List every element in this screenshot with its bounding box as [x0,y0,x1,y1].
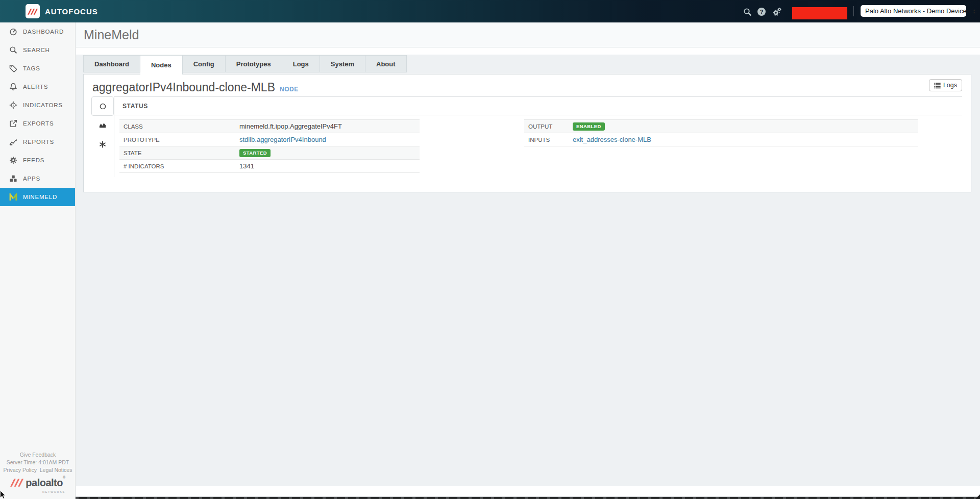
sidebar-item-label: INDICATORS [23,102,63,108]
sidebar-item-label: DASHBOARD [23,29,64,35]
table-row: PROTOTYPE stdlib.aggregatorIPv4Inbound [119,133,420,146]
device-selector-value: Palo Alto Networks - Demo Devices [865,7,970,15]
sidebar-item-exports[interactable]: EXPORTS [0,114,75,133]
tab-about[interactable]: About [365,55,407,72]
external-link-icon [9,119,17,128]
row-label: INPUTS [524,137,573,143]
sidebar-item-label: TAGS [23,65,40,71]
paloalto-mark-icon [10,478,23,487]
cubes-icon [9,174,17,183]
node-type-badge: NODE [280,86,299,93]
privacy-policy-link[interactable]: Privacy Policy [4,467,37,473]
sidebar-item-apps[interactable]: APPS [0,169,75,188]
tab-system[interactable]: System [320,55,365,72]
row-label: # INDICATORS [119,163,239,169]
bottom-edge-strip [0,496,980,499]
tab-prototypes[interactable]: Prototypes [226,55,282,72]
screen: AUTOFOCUS ? Palo Alto Networks - Demo De… [0,0,980,499]
topbar-divider [853,6,854,16]
server-time: Server Time: 4:01AM PDT [0,459,76,466]
sidebar-item-dashboard[interactable]: DASHBOARD [0,22,75,41]
give-feedback-link[interactable]: Give Feedback [20,452,56,458]
brand-title: AUTOFOCUS [45,0,98,22]
sidebar-item-label: MINEMELD [23,194,57,200]
gears-icon[interactable] [772,7,782,17]
dashboard-icon [9,28,17,36]
status-icon-rail [91,96,114,154]
status-panel: STATUS CLASS minemeld.ft.ipop.AggregateI… [91,96,962,177]
device-selector[interactable]: Palo Alto Networks - Demo Devices ▲▼ [861,5,966,17]
row-label: OUTPUT [524,123,573,130]
table-row: CLASS minemeld.ft.ipop.AggregateIPv4FT [119,120,420,133]
row-value: 1341 [239,162,254,170]
prototype-link[interactable]: stdlib.aggregatorIPv4Inbound [239,136,326,143]
autofocus-logo [26,4,40,18]
state-badge: STARTED [239,149,271,157]
select-arrows-icon: ▲▼ [970,9,976,14]
node-title: aggregatorIPv4Inbound-clone-MLB [92,80,275,95]
tab-config[interactable]: Config [183,55,226,72]
resize-grip-icon [975,494,980,499]
bell-icon [9,83,17,91]
sidebar-item-reports[interactable]: REPORTS [0,133,75,151]
search-icon[interactable] [742,7,752,17]
table-row: STATE STARTED [119,146,420,160]
sidebar-item-label: APPS [23,176,40,182]
tab-logs[interactable]: Logs [282,55,320,72]
table-row: # INDICATORS 1341 [119,160,420,173]
table-row: INPUTS exit_addresses-clone-MLB [524,133,918,146]
crosshairs-icon [9,101,17,110]
tab-dashboard[interactable]: Dashboard [83,55,140,72]
user-menu-redacted[interactable] [792,7,847,19]
topbar: AUTOFOCUS ? Palo Alto Networks - Demo De… [0,0,980,22]
minemeld-m-icon [9,193,17,202]
line-chart-icon [9,138,17,146]
gear-icon [9,156,17,165]
status-table-left: CLASS minemeld.ft.ipop.AggregateIPv4FT P… [119,119,420,173]
sidebar-item-label: FEEDS [23,157,44,163]
mouse-cursor [0,490,6,499]
output-badge: ENABLED [573,122,605,131]
table-row: OUTPUT ENABLED [524,120,918,133]
help-icon[interactable]: ? [756,7,767,17]
tag-icon [9,64,17,73]
main-content: MineMeld Dashboard Nodes Config Prototyp… [76,22,980,499]
sidebar: DASHBOARD SEARCH TAGS [0,22,76,499]
tab-nodes[interactable]: Nodes [140,55,183,74]
node-header: aggregatorIPv4Inbound-clone-MLB NODE Log… [84,74,971,96]
circle-icon [99,103,107,110]
row-label: PROTOTYPE [119,137,239,143]
inputs-link[interactable]: exit_addresses-clone-MLB [573,136,651,143]
status-section-title: STATUS [114,97,962,115]
sidebar-item-label: REPORTS [23,139,54,145]
paloalto-mark-icon [28,8,38,15]
sidebar-item-label: ALERTS [23,84,48,90]
logs-button[interactable]: Logs [929,79,962,91]
area-chart-icon [99,121,107,129]
sidebar-item-label: SEARCH [23,47,50,53]
sidebar-item-tags[interactable]: TAGS [0,59,75,78]
sidebar-item-feeds[interactable]: FEEDS [0,151,75,169]
sidebar-footer: Give Feedback Server Time: 4:01AM PDT Pr… [0,451,76,496]
svg-text:?: ? [760,9,764,15]
sidebar-item-indicators[interactable]: INDICATORS [0,96,75,114]
tab-area: Dashboard Nodes Config Prototypes Logs S… [76,55,980,486]
asterisk-icon [99,141,106,148]
status-tab[interactable] [91,96,114,116]
page-header: MineMeld [76,22,980,47]
legal-notices-link[interactable]: Legal Notices [40,467,72,473]
search-icon [9,46,17,55]
list-icon [934,82,941,89]
node-detail-card: aggregatorIPv4Inbound-clone-MLB NODE Log… [83,74,971,192]
paloalto-networks-logo: paloalto® NETWORKS [0,477,76,496]
tab-bar: Dashboard Nodes Config Prototypes Logs S… [76,55,980,72]
sidebar-item-minemeld[interactable]: MINEMELD [0,188,75,206]
status-table-right: OUTPUT ENABLED INPUTS exit_addresses-clo… [524,119,918,173]
sidebar-item-label: EXPORTS [23,120,54,127]
sidebar-item-alerts[interactable]: ALERTS [0,78,75,96]
stats-tab[interactable] [91,116,114,135]
values-tab[interactable] [91,135,114,154]
sidebar-item-search[interactable]: SEARCH [0,41,75,59]
page-title: MineMeld [84,28,139,42]
status-content: STATUS CLASS minemeld.ft.ipop.AggregateI… [114,96,962,177]
